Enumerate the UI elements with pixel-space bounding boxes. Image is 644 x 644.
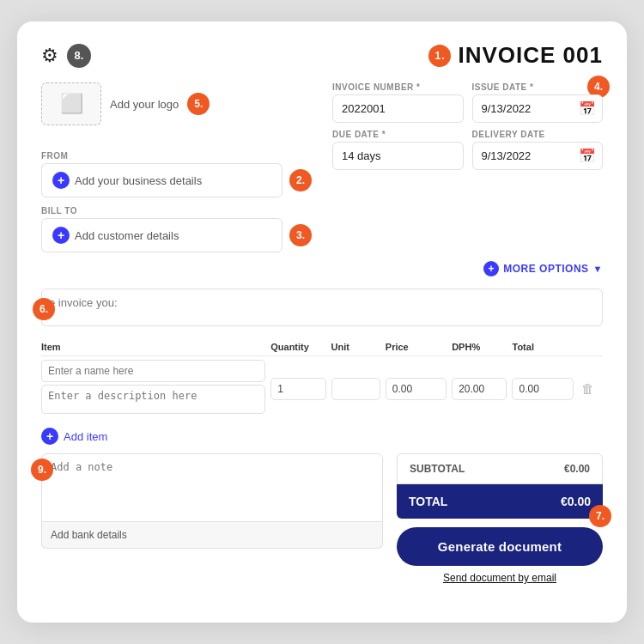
calendar-icon-issue[interactable]: 📅 (579, 100, 596, 117)
items-table: Item Quantity Unit Price DPH% Total (41, 338, 603, 421)
invoice-number-input[interactable] (332, 94, 464, 123)
header-row: ⚙ 8. 1. INVOICE 001 (41, 42, 603, 69)
item-desc-input[interactable] (41, 385, 265, 414)
add-business-label: Add your business details (75, 174, 202, 187)
due-date-select[interactable]: 14 days 30 days 60 days Custom (332, 142, 464, 170)
bill-to-badge: 3. (289, 224, 312, 246)
table-row: 🗑 (41, 356, 603, 422)
item-unit-cell (331, 356, 386, 422)
item-dph-cell (452, 356, 512, 422)
item-unit-input[interactable] (331, 378, 380, 400)
add-customer-label: Add customer details (75, 229, 179, 242)
item-delete-cell: 🗑 (579, 356, 603, 422)
invoice-title-container: 1. INVOICE 001 (428, 42, 603, 69)
plus-icon-bill: + (52, 227, 70, 244)
item-total-cell (512, 356, 578, 422)
invoice-text-area[interactable] (41, 289, 603, 326)
issue-date-group: Issue date * 📅 (472, 82, 604, 123)
logo-section: ⬜ Add your logo 5. (41, 82, 312, 125)
note-badge: 9. (31, 459, 53, 481)
item-price-cell (386, 356, 452, 422)
bill-to-label: BILL TO (41, 206, 312, 216)
bank-details-row[interactable]: Add bank details (41, 522, 383, 549)
logo-placeholder-icon: ⬜ (60, 93, 83, 115)
item-name-input[interactable] (41, 360, 265, 382)
invoice-number-label: Invoice number * (332, 82, 464, 92)
invoice-badge-1: 1. (428, 45, 451, 67)
add-item-button[interactable]: + Add item (41, 428, 107, 445)
bill-to-section: BILL TO + Add customer details 3. (41, 206, 312, 252)
bottom-section: 9. Add bank details SUBTOTAL €0.00 TOTAL… (41, 453, 603, 584)
settings-badge: 8. (67, 44, 91, 68)
issue-date-field: 📅 (472, 94, 604, 123)
from-section: FROM + Add your business details 2. (41, 151, 312, 197)
subtotal-value: €0.00 (564, 463, 590, 475)
generate-label: Generate document (438, 539, 562, 554)
invoice-text-badge: 6. (33, 298, 55, 320)
col-price: Price (386, 338, 452, 356)
calendar-icon-delivery[interactable]: 📅 (579, 148, 596, 164)
invoice-card: ⚙ 8. 1. INVOICE 001 ⬜ Add your logo 5. F… (17, 21, 627, 623)
more-options-button[interactable]: + MORE OPTIONS ▼ (483, 261, 603, 276)
bank-details-label: Add bank details (51, 529, 127, 541)
add-business-details-button[interactable]: + Add your business details (41, 163, 283, 197)
add-item-label: Add item (64, 430, 107, 443)
item-quantity-input[interactable] (270, 378, 325, 400)
header-left: ⚙ 8. (41, 44, 91, 68)
total-row: TOTAL €0.00 (397, 484, 603, 519)
item-name-cell (41, 356, 270, 422)
note-textarea[interactable] (41, 453, 383, 522)
plus-icon-item: + (41, 428, 58, 445)
item-total-input[interactable] (512, 378, 573, 400)
from-badge: 2. (289, 169, 312, 191)
totals-wrapper: SUBTOTAL €0.00 TOTAL €0.00 7. (397, 453, 603, 519)
col-total: Total (512, 338, 578, 356)
total-label: TOTAL (409, 495, 447, 508)
note-bank-col: 9. Add bank details (41, 453, 383, 549)
col-unit: Unit (331, 338, 386, 356)
issue-date-label: Issue date * (472, 82, 604, 92)
logo-box[interactable]: ⬜ (41, 82, 101, 125)
col-delete (579, 338, 603, 356)
due-date-delivery-row: Due date * 14 days 30 days 60 days Custo… (332, 130, 603, 170)
delete-item-button[interactable]: 🗑 (581, 381, 594, 396)
item-dph-input[interactable] (452, 378, 507, 400)
invoice-title: INVOICE 001 (458, 42, 603, 69)
chevron-down-icon: ▼ (593, 264, 603, 274)
more-options-row: + MORE OPTIONS ▼ (41, 261, 603, 276)
more-options-label: MORE OPTIONS (503, 263, 588, 275)
col-quantity: Quantity (270, 338, 331, 356)
totals-col: SUBTOTAL €0.00 TOTAL €0.00 7. Generate d… (397, 453, 603, 584)
logo-label: Add your logo (110, 98, 179, 111)
send-email-link[interactable]: Send document by email (397, 572, 603, 584)
send-email-label: Send document by email (443, 572, 556, 584)
gear-icon[interactable]: ⚙ (41, 45, 58, 67)
add-customer-details-button[interactable]: + Add customer details (41, 218, 283, 252)
subtotal-row: SUBTOTAL €0.00 (397, 453, 603, 484)
invoice-number-group: Invoice number * (332, 82, 464, 123)
total-value: €0.00 (561, 495, 591, 508)
delivery-date-group: Delivery date 📅 (472, 130, 604, 170)
invoice-number-issue-row: Invoice number * Issue date * 📅 (332, 82, 603, 123)
due-date-label: Due date * (332, 130, 464, 139)
due-date-group: Due date * 14 days 30 days 60 days Custo… (332, 130, 464, 170)
logo-badge: 5. (187, 93, 210, 115)
item-price-input[interactable] (386, 378, 447, 400)
col-item: Item (41, 338, 270, 356)
subtotal-label: SUBTOTAL (410, 463, 465, 475)
more-options-icon: + (483, 261, 499, 276)
totals-badge: 7. (589, 505, 611, 527)
plus-icon-from: + (52, 172, 70, 189)
generate-document-button[interactable]: Generate document (397, 527, 603, 566)
delivery-date-label: Delivery date (472, 130, 604, 139)
from-label: FROM (41, 151, 312, 161)
col-dph: DPH% (452, 338, 512, 356)
delivery-date-field: 📅 (472, 142, 604, 170)
item-quantity-cell (270, 356, 331, 422)
